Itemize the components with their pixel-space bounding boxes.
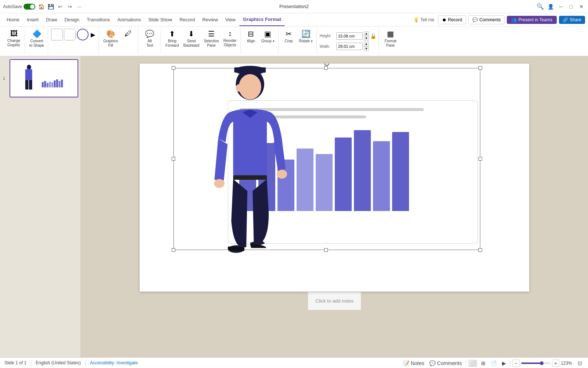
aspect-lock[interactable]: 🔒: [370, 33, 376, 39]
account-icon[interactable]: 👤: [547, 3, 554, 10]
convert-shape-button[interactable]: 🔷 Convertto Shape: [28, 29, 46, 49]
status-bar: Slide 1 of 1 English (United States) Acc…: [0, 357, 588, 368]
slide-sorter-btn[interactable]: ⊞: [480, 360, 487, 367]
autosave-toggle[interactable]: AutoSave: [3, 4, 35, 10]
zoom-controls: − + 123%: [512, 360, 574, 367]
tab-record[interactable]: Record: [176, 13, 198, 26]
more-icon[interactable]: ···: [76, 3, 83, 10]
height-input[interactable]: [336, 32, 363, 40]
undo-icon[interactable]: ↩: [57, 3, 64, 10]
tab-home[interactable]: Home: [3, 13, 23, 26]
notes-area[interactable]: Click to add notes: [308, 292, 361, 310]
rect-preset[interactable]: [51, 29, 63, 40]
zoom-bar[interactable]: [521, 362, 551, 364]
alt-text-group: 💬 AltText: [139, 28, 161, 54]
reading-view-btn[interactable]: 📄: [489, 360, 498, 367]
redo-icon[interactable]: ↪: [66, 3, 74, 10]
maximize-icon[interactable]: □: [567, 3, 575, 10]
selection-pane-icon: ☰: [208, 29, 215, 38]
slide-thumbnail[interactable]: [10, 59, 78, 97]
tell-me[interactable]: 💡 Tell me: [410, 16, 438, 24]
height-down[interactable]: ▼: [364, 36, 369, 41]
svg-rect-16: [234, 67, 266, 72]
title-bar: AutoSave 🏠 💾 ↩ ↪ ··· Presentation2 🔍 👤 ─…: [0, 0, 588, 13]
align-button[interactable]: ⊟ Align: [244, 29, 258, 44]
autosave-pill[interactable]: [24, 4, 35, 10]
teams-icon: 👥: [511, 17, 517, 22]
width-down[interactable]: ▼: [364, 46, 369, 51]
alt-text-button[interactable]: 💬 AltText: [143, 29, 157, 49]
format-pane-icon: ▦: [387, 29, 394, 38]
tab-insert[interactable]: Insert: [23, 13, 43, 26]
tab-design[interactable]: Design: [61, 13, 83, 26]
width-input[interactable]: [336, 43, 363, 50]
fit-slide-btn[interactable]: ⊡: [576, 360, 584, 367]
height-up[interactable]: ▲: [364, 31, 369, 36]
more-shapes-button[interactable]: ▶: [90, 31, 96, 39]
svg-rect-11: [56, 79, 58, 87]
zoom-in-btn[interactable]: +: [552, 360, 559, 367]
more-shapes-icon: ▶: [91, 31, 95, 38]
tab-review[interactable]: Review: [198, 13, 222, 26]
tab-draw[interactable]: Draw: [42, 13, 61, 26]
rotate-button[interactable]: 🔄 Rotate ▾: [298, 29, 314, 44]
zoom-level[interactable]: 123%: [561, 361, 574, 366]
search-icon[interactable]: 🔍: [537, 3, 544, 10]
slideshow-btn[interactable]: ▶: [501, 360, 508, 367]
send-backward-label: SendBackward: [183, 39, 200, 48]
save-icon[interactable]: 💾: [47, 3, 54, 10]
change-graphic-button[interactable]: 🖼 ChangeGraphic: [6, 29, 22, 48]
ribbon-content: 🖼 ChangeGraphic 🔷 Convertto Shape: [0, 26, 588, 56]
comments-status-label: Comments: [437, 360, 462, 366]
bring-forward-button[interactable]: ⬆ BringForward: [164, 29, 180, 49]
slide-info: Slide 1 of 1: [4, 360, 26, 366]
width-up[interactable]: ▲: [364, 42, 369, 46]
handle-tl[interactable]: [172, 66, 175, 70]
comments-button[interactable]: 💬 Comments: [468, 15, 505, 24]
format-pane-button[interactable]: ▦ FormatPane: [383, 29, 398, 49]
convert-shape-icon: 🔷: [32, 29, 42, 38]
home-icon[interactable]: 🏠: [37, 3, 45, 10]
zoom-bar-fill: [521, 362, 542, 364]
reorder-objects-button[interactable]: ↕ ReorderObjects: [222, 29, 238, 48]
graphics-outline-button[interactable]: 🖊: [121, 29, 136, 39]
comments-status-btn[interactable]: 💬 Comments: [428, 360, 463, 367]
tab-view[interactable]: View: [222, 13, 239, 26]
arrange-group: ⬆ BringForward ⬇ SendBackward ☰ Selectio…: [162, 28, 241, 54]
tab-graphics-format[interactable]: Graphics Format: [239, 13, 285, 26]
minimize-icon[interactable]: ─: [557, 3, 564, 10]
accessibility[interactable]: Accessibility: Investigate: [90, 360, 138, 366]
language: English (United States): [36, 360, 81, 366]
handle-tr[interactable]: [478, 66, 482, 70]
svg-rect-5: [42, 82, 44, 87]
send-backward-button[interactable]: ⬇ SendBackward: [182, 29, 201, 49]
graphics-fill-button[interactable]: 🎨 GraphicsFill: [102, 29, 119, 49]
rotate-handle[interactable]: [324, 64, 329, 66]
handle-tc[interactable]: [324, 66, 328, 70]
handle-br[interactable]: [478, 248, 482, 252]
handle-mr[interactable]: [478, 157, 482, 161]
record-button[interactable]: ⏺ Record: [438, 15, 466, 24]
comments-status-icon: 💬: [429, 360, 435, 366]
tab-animations[interactable]: Animations: [114, 13, 144, 26]
change-graphic-group: 🖼 ChangeGraphic: [3, 28, 25, 54]
selection-pane-button[interactable]: ☰ SelectionPane: [202, 29, 220, 49]
close-icon[interactable]: ✕: [578, 3, 585, 10]
notes-placeholder: Click to add notes: [315, 298, 353, 304]
share-button[interactable]: 🔗 Share: [559, 16, 585, 24]
tab-slideshow[interactable]: Slide Show: [144, 13, 176, 26]
slide-canvas[interactable]: [140, 64, 529, 292]
rounded-preset[interactable]: [64, 29, 76, 40]
notes-btn[interactable]: 📝 Notes: [402, 360, 426, 367]
normal-view-btn[interactable]: ⬜: [468, 360, 477, 367]
zoom-out-btn[interactable]: −: [512, 360, 520, 367]
present-teams-button[interactable]: 👥 Present in Teams: [507, 16, 557, 24]
oval-preset[interactable]: [77, 29, 89, 40]
group-button[interactable]: ▣ Group ▾: [260, 29, 276, 44]
tab-transitions[interactable]: Transitions: [83, 13, 114, 26]
canvas-area[interactable]: Click to add notes: [81, 56, 588, 357]
graphics-fill-icon: 🎨: [106, 29, 115, 38]
crop-button[interactable]: ✂ Crop: [282, 29, 296, 44]
shape-presets: ▶: [51, 29, 96, 40]
svg-point-0: [27, 65, 31, 69]
